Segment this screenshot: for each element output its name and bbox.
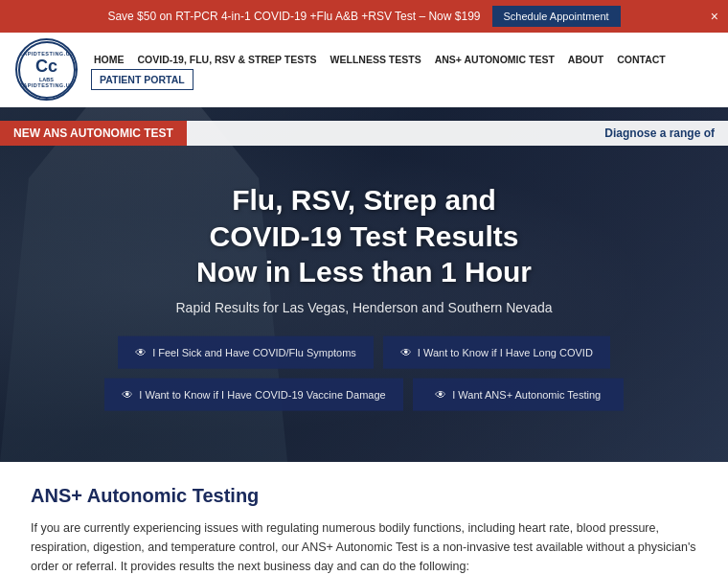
hero-btn-sick[interactable]: 👁 I Feel Sick and Have COVID/Flu Symptom… (118, 335, 374, 368)
logo-icon: Cc (35, 57, 57, 77)
section-text: If you are currently experiencing issues… (31, 518, 697, 575)
hero-btn-sick-label: I Feel Sick and Have COVID/Flu Symptoms (152, 346, 356, 357)
eye-icon-4: 👁 (435, 387, 446, 401)
hero-btn-ans[interactable]: 👁 I Want ANS+ Autonomic Testing (413, 378, 624, 410)
logo[interactable]: RAPIDTESTING.US Cc LABS RAPIDTESTING.US (15, 38, 78, 101)
hero-btn-row-1: 👁 I Feel Sick and Have COVID/Flu Symptom… (118, 335, 610, 368)
hero-btn-long-covid[interactable]: 👁 I Want to Know if I Have Long COVID (383, 335, 610, 368)
nav-covid[interactable]: COVID-19, FLU, RSV & STREP TESTS (131, 50, 324, 69)
eye-icon-1: 👁 (135, 345, 147, 358)
nav-links: HOME COVID-19, FLU, RSV & STREP TESTS WE… (87, 50, 713, 90)
eye-icon-3: 👁 (122, 387, 133, 401)
hero-btn-vaccine-label: I Want to Know if I Have COVID-19 Vaccin… (139, 388, 385, 400)
body-content: ANS+ Autonomic Testing If you are curren… (0, 462, 728, 575)
eye-icon-2: 👁 (400, 345, 412, 358)
hero-content: Flu, RSV, Strep andCOVID-19 Test Results… (0, 182, 728, 410)
hero-btn-long-covid-label: I Want to Know if I Have Long COVID (418, 346, 593, 357)
schedule-appointment-button[interactable]: Schedule Appointment (492, 6, 621, 27)
nav-wellness[interactable]: WELLNESS TESTS (324, 50, 428, 69)
section-title: ANS+ Autonomic Testing (31, 485, 697, 507)
hero-btn-row-2: 👁 I Want to Know if I Have COVID-19 Vacc… (104, 378, 623, 410)
announcement-text: Diagnose a range of (187, 121, 728, 146)
banner-text: Save $50 on RT-PCR 4-in-1 COVID-19 +Flu … (107, 10, 480, 23)
close-banner-icon[interactable]: × (711, 9, 718, 24)
nav-contact[interactable]: CONTACT (610, 50, 672, 69)
hero-btn-ans-label: I Want ANS+ Autonomic Testing (452, 388, 601, 400)
nav-home[interactable]: HOME (87, 50, 131, 69)
nav-about[interactable]: ABOUT (561, 50, 610, 69)
hero-buttons: 👁 I Feel Sick and Have COVID/Flu Symptom… (57, 335, 671, 410)
hero-btn-vaccine[interactable]: 👁 I Want to Know if I Have COVID-19 Vacc… (104, 378, 402, 410)
announcement-bar: NEW ANS AUTONOMIC TEST Diagnose a range … (0, 121, 728, 146)
hero-section: NEW ANS AUTONOMIC TEST Diagnose a range … (0, 107, 728, 462)
hero-subtitle: Rapid Results for Las Vegas, Henderson a… (57, 299, 671, 314)
nav-patient-portal[interactable]: PATIENT PORTAL (91, 69, 193, 90)
navbar: RAPIDTESTING.US Cc LABS RAPIDTESTING.US … (0, 33, 728, 107)
hero-title: Flu, RSV, Strep andCOVID-19 Test Results… (57, 182, 671, 289)
nav-ans[interactable]: ANS+ AUTONOMIC TEST (428, 50, 561, 69)
top-banner: Save $50 on RT-PCR 4-in-1 COVID-19 +Flu … (0, 0, 728, 33)
announcement-tag: NEW ANS AUTONOMIC TEST (0, 121, 187, 146)
logo-text-bot: RAPIDTESTING.US (19, 82, 75, 88)
